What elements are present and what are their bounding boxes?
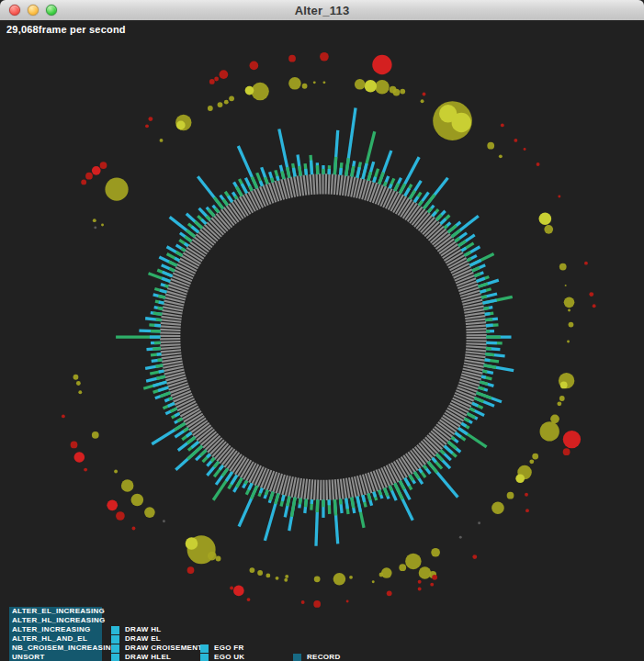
- scatter-dot: [160, 139, 164, 142]
- draw-toggle[interactable]: DRAW EL: [111, 634, 208, 644]
- toggle-label: RECORD: [307, 653, 340, 661]
- window-title: Alter_113: [0, 4, 644, 17]
- scatter-dot: [381, 567, 392, 578]
- sort-mode-item[interactable]: UNSORT: [9, 653, 102, 661]
- toggle-swatch-icon: [111, 626, 119, 634]
- bar-cyan-segment: [403, 477, 411, 487]
- scatter-dot: [73, 375, 79, 380]
- bar-green-segment: [322, 500, 324, 508]
- toggle-label: EGO FR: [214, 644, 243, 653]
- bar-green-segment: [170, 407, 177, 412]
- bar-green-segment: [286, 167, 291, 178]
- scatter-dot: [524, 148, 526, 151]
- bar-cyan-segment: [191, 441, 200, 449]
- toggle-label: DRAW CROISEMENTS: [125, 644, 208, 653]
- scatter-dot: [322, 81, 325, 84]
- scatter-dot: [163, 520, 165, 522]
- bar-cyan-segment: [372, 491, 377, 498]
- bar-green-segment: [389, 486, 393, 492]
- scatter-dot: [74, 452, 85, 463]
- sort-mode-item[interactable]: ALTER_EL_INCREASING: [9, 607, 102, 616]
- bar-green-segment: [467, 412, 476, 419]
- bar-green-segment: [474, 273, 481, 278]
- scatter-dot: [365, 80, 378, 93]
- scatter-dot: [229, 95, 234, 101]
- bar-cyan-segment: [403, 187, 411, 196]
- bar-cyan-segment: [241, 183, 248, 194]
- bar-green-segment: [222, 198, 229, 206]
- scatter-dot: [276, 577, 279, 580]
- draw-toggle-menu: DRAW HLDRAW ELDRAW CROISEMENTSDRAW HLEL: [111, 625, 208, 661]
- bar-green-segment: [378, 489, 382, 496]
- scatter-dot: [431, 548, 440, 557]
- bar-cyan-segment: [486, 342, 497, 345]
- bar-green-segment: [383, 487, 390, 497]
- toggle-label: EGO UK: [214, 653, 244, 661]
- scatter-dot: [224, 100, 229, 105]
- title-bar[interactable]: Alter_113: [0, 0, 644, 21]
- bar-cyan-segment: [153, 380, 167, 387]
- toggle-label: DRAW EL: [125, 634, 161, 644]
- draw-toggle[interactable]: DRAW HLEL: [111, 653, 208, 661]
- bar-green-segment: [478, 386, 484, 390]
- scatter-dot: [214, 77, 219, 82]
- sort-mode-item[interactable]: ALTER_INCREASING: [9, 625, 102, 634]
- bar-cyan-segment: [162, 271, 173, 277]
- bar-green-segment: [158, 295, 165, 299]
- bar-green-segment: [280, 171, 285, 179]
- scatter-dot: [355, 79, 366, 90]
- scatter-dot: [544, 225, 553, 234]
- bar-green-segment: [160, 391, 171, 398]
- bar-cyan-segment: [327, 499, 330, 505]
- scatter-dot: [452, 113, 471, 132]
- scatter-dot: [148, 117, 153, 121]
- sort-mode-item[interactable]: ALTER_HL_INCREASING: [9, 616, 102, 625]
- bar-green-segment: [485, 353, 494, 356]
- bar-green-segment: [290, 498, 297, 518]
- sort-mode-item[interactable]: ALTER_HL_AND_EL: [9, 634, 102, 644]
- scatter-dot: [186, 537, 198, 550]
- scatter-dot: [567, 341, 570, 343]
- scatter-dot: [525, 509, 529, 512]
- scatter-dot: [284, 578, 288, 582]
- bar-cyan-segment: [480, 289, 486, 294]
- scatter-dot: [589, 292, 593, 297]
- draw-toggle[interactable]: DRAW HL: [111, 625, 208, 634]
- scatter-dot: [233, 586, 244, 597]
- bar-cyan-segment: [158, 300, 164, 304]
- bar-cyan-segment: [292, 168, 297, 177]
- bar-green-segment: [269, 491, 275, 500]
- sort-mode-item[interactable]: NB_CROISEM_INCREASING: [9, 644, 102, 653]
- scatter-dot: [559, 263, 567, 271]
- ego-toggle[interactable]: EGO UK: [200, 653, 244, 661]
- toggle-swatch-icon: [111, 635, 119, 644]
- bar-green-segment: [435, 454, 444, 462]
- scatter-dot: [220, 70, 229, 79]
- scatter-dot: [346, 600, 349, 603]
- bar-green-segment: [316, 499, 320, 512]
- zoom-button[interactable]: [46, 5, 57, 16]
- toggle-label: DRAW HLEL: [125, 653, 171, 661]
- bar-green-segment: [409, 190, 416, 200]
- scatter-dot: [568, 309, 571, 312]
- draw-toggle[interactable]: DRAW CROISEMENTS: [111, 644, 208, 653]
- minimize-button[interactable]: [28, 5, 39, 16]
- scatter-dot: [302, 84, 308, 89]
- bar-green-segment: [213, 461, 220, 468]
- scatter-dot: [418, 580, 422, 584]
- scatter-dot: [539, 212, 552, 225]
- bar-green-segment: [345, 158, 350, 176]
- scatter-dot: [93, 218, 96, 222]
- scatter-dot: [116, 511, 125, 521]
- bar-cyan-segment: [259, 487, 264, 494]
- close-button[interactable]: [9, 5, 20, 16]
- scatter-dot: [249, 567, 254, 573]
- record-toggle[interactable]: RECORD: [293, 653, 340, 661]
- bar-cyan-segment: [276, 175, 280, 181]
- scatter-dot: [491, 501, 504, 514]
- bar-cyan-segment: [372, 176, 377, 183]
- ego-toggle[interactable]: EGO FR: [200, 644, 244, 653]
- bar-green-segment: [367, 493, 371, 500]
- toggle-swatch-icon: [111, 644, 119, 653]
- scatter-dot: [421, 99, 424, 103]
